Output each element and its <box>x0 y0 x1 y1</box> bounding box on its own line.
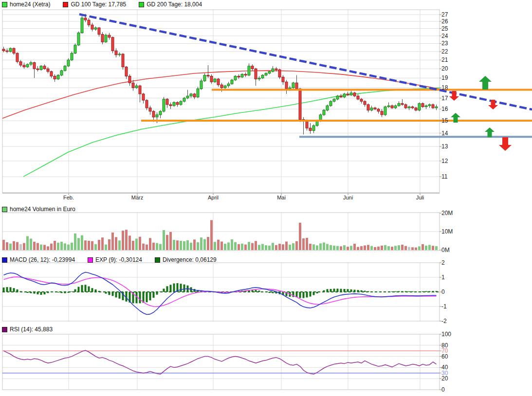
price-tick-label: 25 <box>441 25 448 32</box>
divergence-bar <box>160 291 162 292</box>
volume-bar <box>149 238 151 250</box>
divergence-bar <box>40 292 42 295</box>
candle <box>180 101 182 105</box>
price-tick-label: 26 <box>441 18 448 25</box>
candle <box>401 104 404 105</box>
volume-bar <box>163 230 165 250</box>
candle <box>278 70 281 77</box>
divergence-bar <box>170 285 172 292</box>
candle <box>227 84 230 86</box>
divergence-bar <box>74 289 76 292</box>
candle <box>265 73 267 75</box>
chart-canvas: 2726252423222120191817161514131211Feb.Mä… <box>0 0 532 396</box>
divergence-bar <box>166 286 168 292</box>
volume-tick-label: 20M <box>441 210 453 216</box>
candle <box>40 66 42 70</box>
divergence-bar <box>27 292 29 293</box>
month-tick-label: Feb. <box>63 195 74 200</box>
candle <box>238 76 240 77</box>
candle <box>91 25 93 29</box>
legend-label: EXP (9): -0,30124 <box>95 256 142 263</box>
candle <box>101 35 104 42</box>
divergence-bar <box>71 291 73 292</box>
candle <box>43 66 46 69</box>
candle <box>149 108 151 111</box>
volume-bar <box>115 237 117 250</box>
volume-bar <box>435 246 438 250</box>
divergence-bar <box>146 292 148 302</box>
signal-arrows <box>449 76 512 151</box>
divergence-bar <box>299 292 301 298</box>
macd-swatch-icon <box>2 257 7 263</box>
price-tick-label: 14 <box>441 130 448 137</box>
legend-label: MACD (26, 12): -0,23994 <box>10 256 75 263</box>
volume-bar <box>234 242 237 250</box>
volume-bar <box>118 240 121 250</box>
candle <box>415 108 417 110</box>
legend-item-rsi: RSI (14): 45,883 <box>2 326 53 333</box>
candle <box>326 106 329 110</box>
candle <box>200 81 202 89</box>
candle <box>299 89 301 119</box>
legend-item-divergence: Divergence: 0,06129 <box>155 256 217 263</box>
candle <box>139 86 141 94</box>
volume-tick-label: 0M <box>441 247 450 253</box>
volume-bar <box>186 240 189 250</box>
candle <box>6 51 8 52</box>
divergence-bar <box>255 290 257 292</box>
volume-bar <box>326 244 329 250</box>
candle <box>47 69 49 72</box>
divergence-bar <box>391 291 393 292</box>
candle <box>50 72 53 76</box>
price-tick-label: 24 <box>441 33 448 39</box>
divergence-bar <box>156 292 158 295</box>
candle <box>193 94 196 97</box>
candle <box>13 48 15 53</box>
volume-bar <box>64 243 66 250</box>
divergence-bar <box>361 290 363 292</box>
volume-bar <box>77 238 80 250</box>
divergence-bar <box>344 289 346 292</box>
candle <box>173 102 175 106</box>
candle <box>251 66 254 69</box>
rsi-panel <box>2 334 440 390</box>
volume-bar <box>128 235 131 250</box>
volume-bar <box>347 247 349 250</box>
volume-swatch-icon <box>2 207 7 212</box>
volume-bar <box>101 237 104 250</box>
price-tick-label: 15 <box>441 117 448 124</box>
volume-bar <box>220 242 223 250</box>
volume-bar <box>238 244 240 250</box>
divergence-bar <box>115 292 117 297</box>
candle <box>186 96 189 98</box>
up-arrow-icon <box>479 76 492 90</box>
divergence-bar <box>173 284 175 292</box>
candle <box>217 79 220 85</box>
volume-bar <box>367 245 369 250</box>
divergence-bar <box>92 288 93 292</box>
candle <box>33 63 36 69</box>
candle <box>435 107 438 108</box>
volume-bar <box>19 244 22 250</box>
divergence-bar <box>139 292 141 303</box>
candle <box>128 76 131 83</box>
volume-bar <box>353 244 356 250</box>
candle <box>312 126 315 130</box>
volume-bar <box>415 248 417 250</box>
divergence-bar <box>398 291 400 292</box>
legend-item-gd100: GD 100 Tage: 17,785 <box>63 1 126 8</box>
divergence-bar <box>350 289 352 292</box>
volume-bar <box>156 243 158 250</box>
candle <box>295 83 298 89</box>
candle <box>425 106 427 107</box>
divergence-bar <box>429 291 431 292</box>
candle <box>244 74 247 75</box>
volume-bar <box>418 246 421 250</box>
price-tick-label: 17 <box>441 95 448 102</box>
candle <box>122 54 124 67</box>
candle <box>84 18 87 20</box>
divergence-bar <box>3 288 5 292</box>
volume-bar <box>108 239 110 250</box>
down-arrow-icon <box>499 137 512 151</box>
candle <box>152 111 155 117</box>
